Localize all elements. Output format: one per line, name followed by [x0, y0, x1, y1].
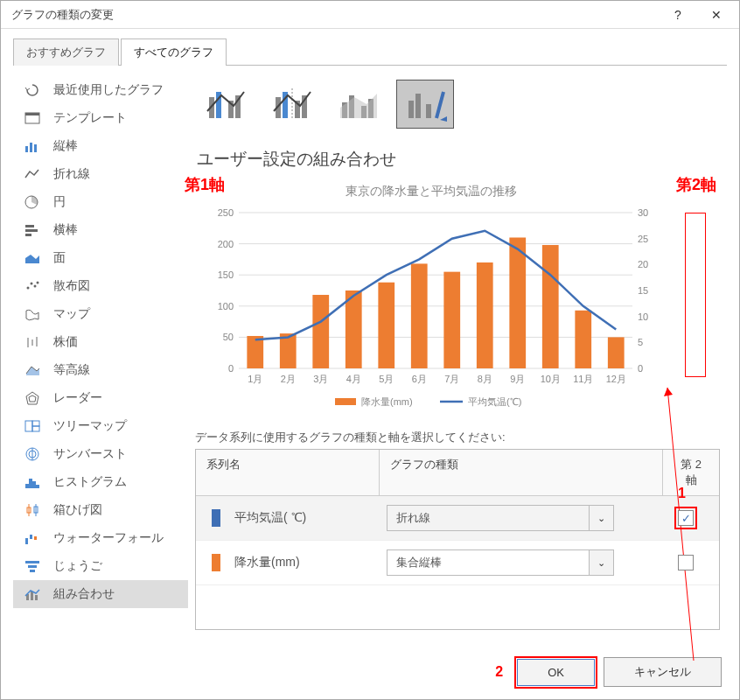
svg-rect-57	[408, 101, 414, 118]
svg-text:7月: 7月	[444, 374, 459, 384]
sidebar-item-boxplot[interactable]: 箱ひげ図	[13, 496, 188, 524]
sidebar-item-stock-chart[interactable]: 株価	[13, 328, 188, 356]
svg-text:100: 100	[218, 301, 234, 312]
sidebar-item-scatter-chart[interactable]: 散布図	[13, 272, 188, 300]
svg-rect-88	[443, 272, 460, 368]
scatter-chart-icon	[22, 277, 43, 295]
svg-line-60	[436, 92, 443, 118]
sidebar-item-label: 組み合わせ	[53, 586, 115, 602]
svg-rect-37	[25, 561, 39, 564]
svg-rect-91	[542, 245, 559, 368]
variant-1[interactable]	[197, 80, 255, 129]
sidebar-item-label: レーダー	[53, 390, 102, 406]
sidebar-item-label: 箱ひげ図	[53, 502, 102, 518]
series-row-2: 降水量(mm) 集合縦棒 ⌄	[196, 541, 719, 585]
tab-recommended[interactable]: おすすめグラフ	[13, 38, 119, 66]
variant-2[interactable]	[263, 80, 321, 129]
variant-3[interactable]	[330, 80, 387, 129]
svg-rect-21	[32, 421, 39, 426]
svg-point-11	[31, 283, 33, 285]
sunburst-icon	[22, 445, 43, 463]
svg-rect-2	[25, 146, 28, 152]
sidebar-item-radar-chart[interactable]: レーダー	[13, 384, 188, 412]
svg-marker-56	[340, 94, 377, 118]
svg-text:250: 250	[218, 207, 234, 218]
sidebar-item-funnel[interactable]: じょうご	[13, 552, 188, 580]
chevron-down-icon: ⌄	[589, 506, 613, 530]
sidebar-item-template[interactable]: テンプレート	[13, 104, 188, 132]
svg-rect-38	[28, 565, 37, 568]
svg-rect-39	[30, 570, 35, 572]
sidebar-item-label: ヒストグラム	[53, 474, 127, 490]
svg-rect-90	[509, 237, 526, 368]
pie-chart-icon	[22, 193, 43, 211]
svg-rect-84	[312, 295, 329, 368]
svg-text:8月: 8月	[478, 374, 492, 384]
red-outline-axis2	[685, 213, 706, 377]
sidebar-item-column-chart[interactable]: 縦棒	[13, 132, 188, 160]
svg-text:25: 25	[638, 234, 648, 244]
chevron-down-icon: ⌄	[589, 550, 613, 575]
sidebar-item-label: 縦棒	[53, 138, 78, 154]
combo-variants	[195, 76, 720, 143]
svg-rect-93	[608, 337, 625, 368]
svg-text:9月: 9月	[510, 374, 525, 384]
svg-rect-89	[477, 262, 493, 368]
annotation-axis2: 第2軸	[676, 174, 716, 195]
svg-text:15: 15	[638, 285, 648, 296]
variant-4-custom[interactable]	[396, 80, 454, 129]
svg-text:50: 50	[223, 332, 234, 342]
secondary-axis-checkbox[interactable]	[678, 555, 694, 570]
close-button[interactable]: ✕	[697, 2, 736, 28]
svg-text:0: 0	[638, 363, 643, 374]
annotation-1: 1	[678, 486, 686, 501]
stock-chart-icon	[22, 333, 43, 351]
histogram-icon	[22, 473, 43, 491]
sidebar-item-sunburst[interactable]: サンバースト	[13, 440, 188, 468]
svg-text:平均気温(℃): 平均気温(℃)	[468, 396, 521, 407]
help-button[interactable]: ?	[659, 2, 697, 28]
chart-type-select[interactable]: 集合縦棒 ⌄	[387, 550, 614, 576]
series-color-swatch	[212, 554, 220, 571]
svg-rect-28	[32, 481, 36, 488]
series-grid-label: データ系列に使用するグラフの種類と軸を選択してください:	[195, 430, 720, 445]
sidebar-item-line-chart[interactable]: 折れ線	[13, 160, 188, 188]
sidebar-item-bar-chart[interactable]: 横棒	[13, 216, 188, 244]
sidebar-item-label: 株価	[53, 334, 78, 350]
sidebar-item-label: 散布図	[53, 278, 90, 294]
svg-rect-59	[426, 104, 431, 118]
svg-rect-1	[25, 113, 39, 116]
svg-rect-82	[247, 336, 263, 368]
section-title: ユーザー設定の組み合わせ	[195, 143, 720, 181]
sidebar-item-treemap[interactable]: ツリーマップ	[13, 412, 188, 440]
sidebar-item-history[interactable]: 最近使用したグラフ	[13, 76, 188, 104]
template-icon	[22, 109, 43, 127]
svg-rect-92	[575, 311, 591, 368]
sidebar-item-surface-chart[interactable]: 等高線	[13, 356, 188, 384]
sidebar-item-label: テンプレート	[53, 110, 127, 126]
svg-text:3月: 3月	[313, 374, 328, 384]
svg-rect-27	[29, 479, 32, 488]
tab-all[interactable]: すべてのグラフ	[121, 38, 227, 66]
annotation-axis1: 第1軸	[185, 174, 225, 195]
cancel-button[interactable]: キャンセル	[604, 657, 722, 687]
sidebar-item-label: 横棒	[53, 222, 78, 238]
sidebar-item-label: ツリーマップ	[53, 418, 127, 434]
sidebar-item-combo-chart[interactable]: 組み合わせ	[13, 580, 188, 608]
sidebar-item-waterfall[interactable]: ウォーターフォール	[13, 524, 188, 552]
svg-rect-85	[346, 290, 362, 368]
sidebar-item-map-chart[interactable]: マップ	[13, 300, 188, 328]
sidebar-item-area-chart[interactable]: 面	[13, 244, 188, 272]
sidebar-item-pie-chart[interactable]: 円	[13, 188, 188, 216]
svg-rect-35	[30, 535, 32, 539]
svg-rect-42	[35, 595, 38, 600]
chart-type-select[interactable]: 折れ線 ⌄	[387, 505, 614, 531]
svg-marker-18	[26, 392, 38, 404]
svg-text:2月: 2月	[281, 374, 296, 384]
tab-strip: おすすめグラフ すべてのグラフ	[13, 38, 727, 66]
svg-rect-8	[25, 234, 31, 236]
sidebar-item-label: 最近使用したグラフ	[53, 82, 164, 98]
svg-rect-3	[30, 143, 32, 152]
sidebar-item-histogram[interactable]: ヒストグラム	[13, 468, 188, 496]
svg-text:降水量(mm): 降水量(mm)	[361, 396, 413, 407]
